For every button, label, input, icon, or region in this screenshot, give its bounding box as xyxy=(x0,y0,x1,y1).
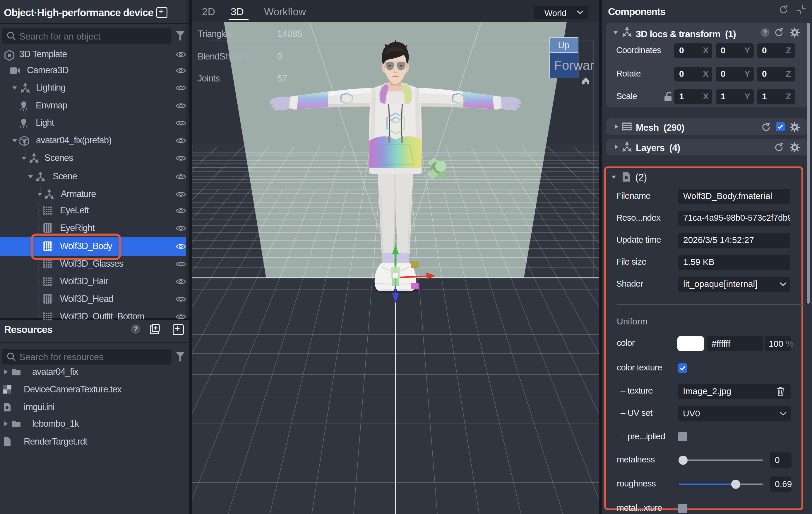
svg-text:57: 57 xyxy=(277,73,287,83)
svg-text:Triangles: Triangles xyxy=(198,29,232,39)
svg-text:Up: Up xyxy=(558,40,570,50)
svg-text:BlendShapes: BlendShapes xyxy=(198,51,249,61)
svg-text:Joints: Joints xyxy=(198,73,220,83)
svg-text:0: 0 xyxy=(277,51,282,61)
svg-text:Forwar: Forwar xyxy=(554,58,594,72)
svg-text:14085: 14085 xyxy=(277,29,302,39)
